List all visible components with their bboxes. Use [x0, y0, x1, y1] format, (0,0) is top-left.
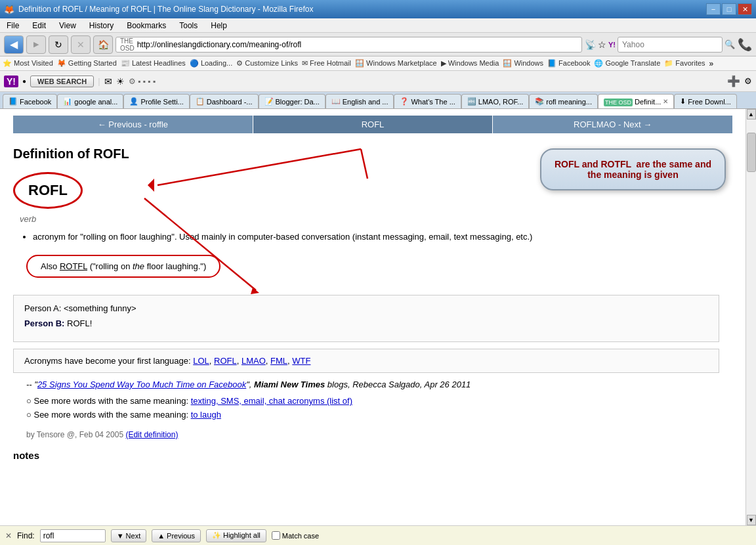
bookmark-hotmail[interactable]: ✉ Free Hotmail — [302, 59, 351, 68]
find-close-button[interactable]: ✕ — [5, 531, 12, 540]
wtf-link[interactable]: WTF — [292, 356, 310, 366]
bookmark-getting-started[interactable]: 🦊 Getting Started — [57, 59, 117, 68]
rotfl-link[interactable]: ROTFL — [60, 261, 87, 271]
bookmark-windows-marketplace[interactable]: 🪟 Windows Marketplace — [355, 59, 437, 68]
bookmark-google-translate[interactable]: 🌐 Google Translate — [594, 59, 660, 68]
scroll-up-button[interactable]: ▲ — [747, 109, 756, 120]
search-go-icon[interactable]: 🔍 — [724, 39, 735, 49]
bookmark-latest-headlines[interactable]: 📰 Latest Headlines — [121, 59, 186, 68]
menu-file[interactable]: File — [3, 20, 23, 32]
yahoo-toolbar-icons: ⚙ ▪ ▪ ▪ ▪ — [129, 77, 156, 86]
tab-label: Definit... — [635, 98, 661, 106]
reload-button[interactable]: ↻ — [49, 35, 68, 54]
search-input[interactable] — [618, 37, 723, 53]
tab-definition-active[interactable]: THE OSD Definit... ✕ — [598, 94, 674, 108]
edit-definition-link[interactable]: (Edit definition) — [125, 430, 178, 439]
tab-favicon: ❓ — [400, 97, 409, 106]
find-prev-button[interactable]: ▲ Previous — [152, 529, 201, 542]
back-button[interactable]: ◀ — [4, 35, 24, 54]
yahoo-mail-icon[interactable]: ✉ — [104, 76, 112, 87]
star-icon[interactable]: ☆ — [598, 39, 606, 50]
find-next-button[interactable]: ▼ Next — [111, 529, 147, 542]
find-next-label: Next — [126, 532, 141, 540]
tab-whats-the[interactable]: ❓ What's The ... — [394, 94, 461, 108]
browser-content: ← Previous - roffle ROFL ROFLMAO - Next … — [0, 109, 756, 525]
rss-icon: 📡 — [585, 39, 596, 50]
firefox-icon: 🦊 — [4, 5, 14, 14]
tab-profile[interactable]: 👤 Profile Setti... — [123, 94, 189, 108]
match-case-checkbox[interactable] — [272, 531, 280, 540]
texting-link[interactable]: texting, SMS, email, chat acronyms (list… — [191, 396, 352, 406]
tab-lmao[interactable]: 🔤 LMAO, ROF... — [461, 94, 529, 108]
rofl-link[interactable]: ROFL — [214, 356, 237, 366]
scroll-thumb[interactable] — [747, 133, 756, 172]
menu-help[interactable]: Help — [207, 20, 231, 32]
bookmarks-more-icon[interactable]: » — [709, 59, 714, 68]
current-word-button[interactable]: ROFL — [253, 116, 494, 133]
svg-marker-2 — [148, 179, 154, 192]
part-of-speech: verb — [20, 214, 732, 224]
lol-link[interactable]: LOL — [193, 356, 209, 366]
tab-facebook[interactable]: 📘 Facebook — [3, 94, 57, 108]
bookmark-most-visited[interactable]: ⭐ Most Visited — [3, 59, 53, 68]
menu-edit[interactable]: Edit — [28, 20, 50, 32]
see-more-2: ○ See more words with the same meaning: … — [26, 410, 732, 420]
annotation-text: ROFL and ROTFL are the same andthe meani… — [555, 159, 711, 180]
tab-favicon: 📖 — [331, 97, 341, 106]
web-search-button[interactable]: WEB SEARCH — [30, 76, 94, 87]
example-box: Person A: <something funny> Person B: RO… — [13, 295, 719, 342]
scroll-down-button[interactable]: ▼ — [747, 515, 756, 525]
tab-label: What's The ... — [411, 98, 455, 106]
title-bar: 🦊 Definition of ROFL / Meaning of ROFL |… — [0, 0, 756, 18]
find-input[interactable] — [40, 529, 106, 542]
menu-history[interactable]: History — [85, 20, 117, 32]
person-b-label: Person B: — [24, 318, 64, 328]
bookmark-customize[interactable]: ⚙ Customize Links — [236, 59, 298, 68]
bookmark-favorites[interactable]: 📁 Favorites — [664, 59, 705, 68]
fml-link[interactable]: FML — [270, 356, 287, 366]
bookmark-windows[interactable]: 🪟 Windows — [503, 59, 543, 68]
restore-button[interactable]: □ — [722, 3, 736, 15]
menu-view[interactable]: View — [55, 20, 80, 32]
toolbar-settings-icon[interactable]: ⚙ — [744, 76, 752, 86]
highlight-all-button[interactable]: ✨ Highlight all — [206, 529, 266, 542]
to-laugh-link[interactable]: to laugh — [191, 410, 221, 420]
close-button[interactable]: ✕ — [738, 3, 752, 15]
stop-button[interactable]: ✕ — [71, 35, 91, 54]
home-button[interactable]: 🏠 — [93, 35, 113, 54]
prev-word-button[interactable]: ← Previous - roffle — [13, 116, 253, 133]
scrollbar[interactable]: ▲ ▼ — [746, 109, 756, 525]
minimize-button[interactable]: − — [706, 3, 721, 15]
citation: -- "25 Signs You Spend Way Too Much Time… — [26, 380, 732, 389]
tab-favicon: 👤 — [129, 97, 138, 106]
tab-label: google anal... — [74, 98, 117, 106]
forward-button[interactable]: ▶ — [26, 35, 46, 54]
menu-tools[interactable]: Tools — [175, 20, 201, 32]
also-text-box: Also ROTFL ("rolling on the floor laughi… — [26, 255, 220, 278]
bookmark-loading[interactable]: 🔵 Loading... — [190, 59, 232, 68]
find-prev-label: Previous — [167, 532, 195, 540]
tab-favicon: 📋 — [196, 97, 205, 106]
tab-blogger[interactable]: 📝 Blogger: Da... — [259, 94, 326, 108]
next-word-button[interactable]: ROFLMAO - Next → — [493, 116, 732, 133]
menu-bookmarks[interactable]: Bookmarks — [123, 20, 170, 32]
tab-close-icon[interactable]: ✕ — [663, 98, 668, 105]
bookmark-windows-media[interactable]: ▶ Windows Media — [441, 59, 499, 68]
yahoo-weather-icon[interactable]: ☀ — [116, 76, 125, 87]
annotation-bubble: ROFL and ROTFL are the same andthe meani… — [540, 148, 726, 190]
toolbar-add-icon[interactable]: ➕ — [727, 75, 740, 87]
acronym-prefix: Acronyms have become your first language… — [24, 356, 193, 366]
url-input[interactable] — [137, 40, 578, 49]
citation-link[interactable]: 25 Signs You Spend Way Too Much Time on … — [37, 380, 246, 389]
page-content: ← Previous - roffle ROFL ROFLMAO - Next … — [0, 109, 746, 525]
lmao-link[interactable]: LMAO — [242, 356, 266, 366]
tab-favicon: ⬇ — [680, 97, 686, 106]
bookmark-facebook[interactable]: 📘 Facebook — [547, 59, 590, 68]
tab-google-analytics[interactable]: 📊 google anal... — [57, 94, 123, 108]
address-bar[interactable]: THEOSD — [116, 37, 582, 53]
tab-free-download[interactable]: ⬇ Free Downl... — [674, 94, 736, 108]
tab-rofl-meaning[interactable]: 📚 rofl meaning... — [529, 94, 598, 108]
tab-english[interactable]: 📖 English and ... — [326, 94, 394, 108]
bookmarks-bar: ⭐ Most Visited 🦊 Getting Started 📰 Lates… — [0, 56, 756, 71]
tab-dashboard[interactable]: 📋 Dashboard -... — [190, 94, 259, 108]
